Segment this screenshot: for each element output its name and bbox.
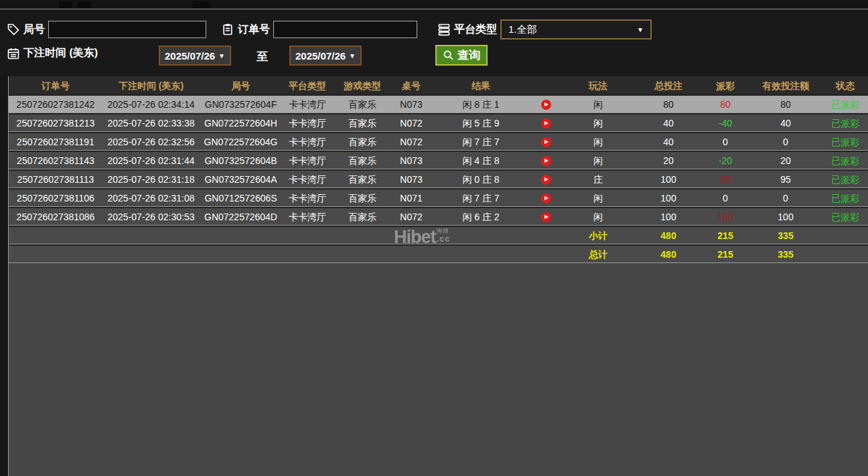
cell-valid: 80 (749, 96, 822, 113)
cell-order: 250726027381113 (9, 171, 102, 188)
total-bets: 480 (635, 227, 702, 244)
orders-table-panel: 订单号下注时间 (美东)局号平台类型游戏类型桌号结果玩法总投注派彩有效投注额状态… (8, 76, 868, 476)
replay-cell (531, 96, 561, 113)
cell-time: 2025-07-26 02:32:56 (102, 133, 200, 151)
watermark-brand: Hibet (394, 228, 436, 246)
cell-payout: 95 (702, 171, 749, 188)
play-icon[interactable] (541, 100, 551, 110)
search-button[interactable]: 查询 (435, 45, 488, 66)
total-bets: 480 (635, 246, 702, 263)
column-header: 玩法 (561, 77, 635, 94)
replay-cell (531, 152, 561, 169)
round-label: 局号 (23, 23, 45, 37)
date-from-picker[interactable]: 2025/07/26 ▼ (159, 46, 231, 66)
order-input[interactable] (273, 21, 417, 38)
column-header: 订单号 (9, 77, 102, 94)
play-icon[interactable] (541, 193, 551, 204)
replay-cell (531, 114, 561, 132)
play-icon[interactable] (541, 212, 551, 222)
order-label: 订单号 (238, 23, 270, 37)
grandtotal-row: 总计480215335 (9, 246, 868, 263)
cell-status: 已派彩 (822, 171, 868, 188)
cell-order: 250726027381213 (9, 114, 102, 132)
cell-play: 闲 (561, 208, 635, 226)
cell-round: GN0722572604D (200, 208, 282, 226)
platform-select[interactable]: 1.全部 ▼ (500, 19, 652, 39)
platform-select-value: 1.全部 (508, 23, 537, 36)
play-icon[interactable] (541, 156, 551, 166)
cell-play: 闲 (561, 189, 635, 207)
cell-total: 100 (635, 208, 702, 226)
cell-round: GN0722572604G (200, 133, 282, 151)
play-icon[interactable] (541, 118, 551, 129)
cell-table-no: N073 (392, 96, 431, 113)
tag-icon (7, 23, 20, 36)
platform-filter-group: 平台类型 1.全部 ▼ (437, 19, 652, 39)
column-header: 桌号 (392, 77, 431, 94)
cell-result: 闲 6 庄 2 (431, 208, 531, 226)
cell-platform: 卡卡湾厅 (282, 114, 333, 132)
cell-game: 百家乐 (333, 208, 392, 226)
cell-order: 250726027381106 (9, 189, 102, 207)
cell-game: 百家乐 (333, 152, 392, 169)
cell-total: 80 (635, 96, 702, 113)
table-row[interactable]: 2507260273812422025-07-26 02:34:14GN0732… (9, 96, 868, 113)
cell-payout: 0 (702, 133, 749, 151)
table-row[interactable]: 2507260273812132025-07-26 02:33:38GN0722… (9, 114, 868, 132)
cell-valid: 0 (749, 189, 822, 207)
replay-cell (531, 171, 561, 188)
total-payout: 215 (702, 227, 749, 244)
cell-table-no: N072 (392, 114, 431, 132)
cell-valid: 20 (749, 152, 822, 169)
total-valid: 335 (749, 246, 822, 263)
platform-label: 平台类型 (454, 23, 497, 37)
to-label: 至 (257, 49, 268, 64)
cell-platform: 卡卡湾厅 (282, 96, 333, 113)
cell-play: 闲 (561, 114, 635, 132)
search-icon (443, 50, 454, 61)
cell-round: GN0722572604H (200, 114, 282, 132)
bet-time-group: 下注时间 (美东) (7, 46, 98, 60)
chevron-down-icon: ▼ (218, 52, 225, 60)
cell-table-no: N073 (392, 152, 431, 169)
hibet-watermark: Hibet 海博 .cc (394, 228, 451, 246)
replay-cell (531, 133, 561, 151)
cell-status: 已派彩 (822, 189, 868, 207)
cell-platform: 卡卡湾厅 (282, 208, 333, 226)
column-header: 平台类型 (282, 77, 333, 94)
play-icon[interactable] (541, 175, 551, 185)
topbar-artifact (59, 1, 72, 8)
cell-total: 40 (635, 114, 702, 132)
cell-game: 百家乐 (333, 96, 392, 113)
cell-payout: -40 (702, 114, 749, 132)
date-to-picker[interactable]: 2025/07/26 ▼ (289, 46, 362, 66)
calendar-icon (7, 47, 20, 60)
main-area: 订单号下注时间 (美东)局号平台类型游戏类型桌号结果玩法总投注派彩有效投注额状态… (0, 76, 868, 476)
table-row[interactable]: 2507260273811062025-07-26 02:31:08GN0712… (9, 189, 868, 207)
cell-time: 2025-07-26 02:31:18 (102, 171, 200, 188)
cell-round: GN0732572604A (200, 171, 282, 188)
filter-panel: 局号 订单号 平台类型 1.全部 ▼ 下注时间 (美东) 2025/07/26 … (0, 10, 868, 76)
cell-platform: 卡卡湾厅 (282, 152, 333, 169)
cell-valid: 0 (749, 133, 822, 151)
table-row[interactable]: 2507260273811912025-07-26 02:32:56GN0722… (9, 133, 868, 151)
replay-cell (531, 189, 561, 207)
cell-time: 2025-07-26 02:31:08 (102, 189, 200, 207)
cell-platform: 卡卡湾厅 (282, 171, 333, 188)
cell-payout: 100 (702, 208, 749, 226)
table-row[interactable]: 2507260273810862025-07-26 02:30:53GN0722… (9, 208, 868, 226)
round-input[interactable] (48, 21, 206, 38)
cell-valid: 40 (749, 114, 822, 132)
date-from-value: 2025/07/26 (165, 50, 215, 62)
top-bar (0, 0, 868, 9)
cell-result: 闲 4 庄 8 (431, 152, 531, 169)
cell-result: 闲 7 庄 7 (431, 189, 531, 207)
cell-play: 闲 (561, 133, 635, 151)
cell-table-no: N072 (392, 133, 431, 151)
cell-order: 250726027381143 (9, 152, 102, 169)
table-row[interactable]: 2507260273811432025-07-26 02:31:44GN0732… (9, 152, 868, 169)
table-row[interactable]: 2507260273811132025-07-26 02:31:18GN0732… (9, 171, 868, 188)
cell-round: GN0732572604F (200, 96, 282, 113)
cell-result: 闲 8 庄 1 (431, 96, 531, 113)
play-icon[interactable] (541, 137, 551, 147)
